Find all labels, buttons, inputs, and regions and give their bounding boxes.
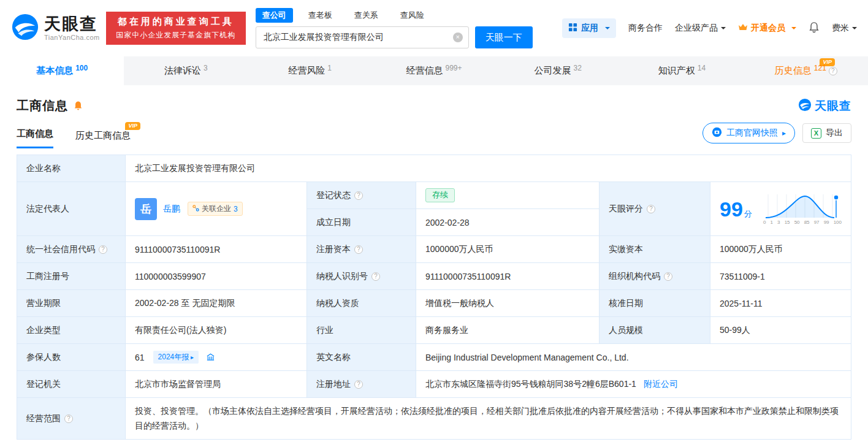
link-business-cooperation[interactable]: 商务合作: [628, 23, 663, 34]
search-input[interactable]: [256, 27, 468, 48]
tab-business-info[interactable]: 经营信息 999+: [372, 56, 496, 85]
section-header: 工商信息 天眼查: [17, 97, 851, 114]
tab-intellectual-property[interactable]: 知识产权 14: [620, 56, 744, 85]
vip-badge: VIP: [125, 122, 140, 130]
value-staff-size: 50-99人: [710, 317, 851, 344]
help-icon[interactable]: [64, 415, 73, 423]
tab-company-development[interactable]: 公司发展 32: [496, 56, 620, 85]
search-tab-relation[interactable]: 查关系: [348, 8, 385, 23]
apps-menu-button[interactable]: 应用: [562, 18, 616, 38]
clear-search-icon[interactable]: [453, 32, 463, 42]
value-tianyan-score[interactable]: 99分 0: [710, 182, 851, 236]
excel-icon: [811, 128, 821, 139]
score-axis-labels: 0 1 3 15 50 85 97 99 100: [763, 220, 842, 225]
value-industry: 商务服务业: [416, 317, 600, 344]
tab-operating-risk[interactable]: 经营风险 1: [248, 56, 372, 85]
value-registered-capital: 1000000万人民币: [416, 236, 600, 263]
open-vip-button[interactable]: 开通会员: [738, 23, 796, 34]
label-legal-representative: 法定代表人: [17, 182, 126, 236]
header-right-nav: 应用 商务合作 企业级产品 开通会员 费米: [562, 18, 857, 38]
bell-curve-icon: [763, 193, 842, 219]
enterprise-label: 企业级产品: [675, 23, 718, 34]
social-security-icon[interactable]: [206, 353, 215, 362]
help-icon[interactable]: [354, 245, 363, 254]
tab-count: 3: [204, 64, 208, 72]
value-registration-number: 110000003599907: [126, 263, 307, 290]
main-content: 工商信息 天眼查 工商信息 VIP 历史工商信息: [0, 85, 868, 447]
value-org-code: 73511009-1: [710, 263, 851, 290]
search-input-wrap: [256, 26, 469, 48]
link-enterprise-products[interactable]: 企业级产品: [675, 23, 726, 34]
page-title: 工商信息: [17, 97, 68, 114]
subtab-history-registration[interactable]: VIP 历史工商信息: [75, 130, 131, 148]
value-insured-count: 61 2024年报: [126, 344, 307, 371]
annual-report-badge[interactable]: 2024年报: [153, 351, 199, 364]
legal-rep-name-link[interactable]: 岳鹏: [163, 204, 180, 215]
tab-basic-info[interactable]: 基本信息 100: [0, 56, 124, 85]
site-logo[interactable]: 天眼查 TianYanCha.com: [11, 13, 100, 44]
value-establish-date: 2002-02-28: [416, 209, 600, 236]
label-insured-count: 参保人数: [17, 344, 126, 371]
help-icon[interactable]: [664, 272, 672, 281]
slogan-line2: 国家中小企业发展子基金旗下机构: [112, 30, 240, 40]
search-button[interactable]: 天眼一下: [475, 26, 533, 48]
label-english-name: 英文名称: [307, 344, 416, 371]
label-credit-code: 统一社会信用代码: [17, 236, 126, 263]
search-tab-company[interactable]: 查公司: [256, 8, 293, 23]
related-companies-badge[interactable]: 关联企业 3: [188, 202, 243, 216]
relation-graph-icon: [192, 205, 199, 213]
notification-bell-icon[interactable]: [809, 21, 820, 35]
label-registration-status: 登记状态: [307, 182, 416, 209]
section-actions: 工商官网快照 导出: [702, 123, 851, 148]
label-registered-address: 注册地址: [307, 371, 416, 398]
tab-legal-proceedings[interactable]: 法律诉讼 3: [124, 56, 248, 85]
subtab-business-registration[interactable]: 工商信息: [17, 128, 53, 148]
score-unit: 分: [744, 209, 752, 218]
label-taxpayer-quality: 纳税人资质: [307, 290, 416, 317]
value-taxpayer-quality: 增值税一般纳税人: [416, 290, 600, 317]
help-icon[interactable]: [829, 67, 837, 75]
username: 费米: [832, 23, 849, 34]
label-registration-number: 工商注册号: [17, 263, 126, 290]
help-icon[interactable]: [371, 272, 380, 281]
value-paid-capital: 100000万人民币: [710, 236, 851, 263]
score-distribution-chart: 0 1 3 15 50 85 97 99 100: [763, 193, 842, 225]
label-industry: 行业: [307, 317, 416, 344]
label-establish-date: 成立日期: [307, 209, 416, 236]
tab-history-info[interactable]: VIP 历史信息 121: [744, 56, 868, 85]
tab-label: 基本信息: [36, 65, 73, 77]
watermark-text: 天眼查: [815, 98, 851, 114]
status-badge: 存续: [425, 188, 455, 202]
official-snapshot-button[interactable]: 工商官网快照: [702, 123, 795, 143]
label-business-term: 营业期限: [17, 290, 126, 317]
snapshot-camera-icon: [712, 127, 722, 139]
user-menu[interactable]: 费米: [832, 23, 857, 34]
label-paid-capital: 实缴资本: [600, 236, 710, 263]
help-icon[interactable]: [354, 380, 363, 389]
score-number: 99: [720, 197, 743, 221]
label-taxpayer-id: 纳税人识别号: [307, 263, 416, 290]
search-tab-risk[interactable]: 查风险: [394, 8, 431, 23]
company-section-tabs: 基本信息 100 法律诉讼 3 经营风险 1 经营信息 999+ 公司发展 32…: [0, 56, 868, 85]
label-registered-capital: 注册资本: [307, 236, 416, 263]
tab-count: 999+: [445, 64, 462, 72]
subscribe-bell-icon[interactable]: [73, 101, 83, 111]
help-icon[interactable]: [647, 205, 655, 213]
legal-rep-avatar[interactable]: 岳: [135, 198, 157, 220]
search-bar: 天眼一下: [256, 26, 533, 48]
search-tab-boss[interactable]: 查老板: [302, 8, 339, 23]
help-icon[interactable]: [354, 191, 363, 200]
tab-count: 1: [327, 64, 332, 72]
tab-count: 14: [698, 64, 706, 72]
nearby-companies-link[interactable]: 附近公司: [644, 379, 678, 390]
brand-swirl-icon: [11, 13, 39, 44]
label-tianyan-score: 天眼评分: [600, 182, 710, 236]
export-button[interactable]: 导出: [802, 123, 851, 143]
value-business-term: 2002-02-28 至 无固定期限: [126, 290, 307, 317]
apps-grid-icon: [568, 23, 577, 34]
business-info-table: 企业名称 北京工业发展投资管理有限公司 法定代表人 岳 岳鹏 关联企业 3 登记…: [17, 155, 851, 440]
value-approval-date: 2025-11-11: [710, 290, 851, 317]
value-credit-code: 91110000735110091R: [126, 236, 307, 263]
help-icon[interactable]: [99, 245, 107, 254]
value-english-name: Beijing Industrial Development Managemen…: [416, 344, 851, 371]
